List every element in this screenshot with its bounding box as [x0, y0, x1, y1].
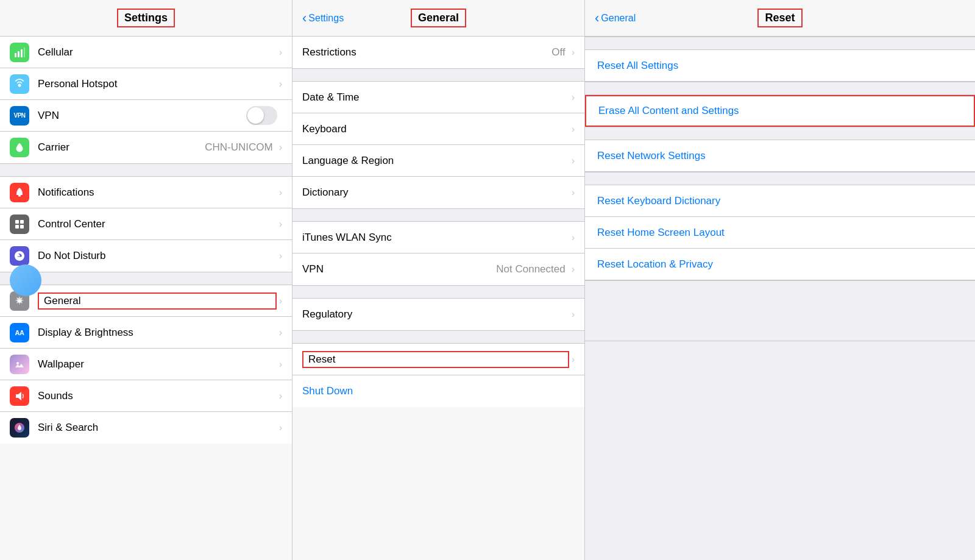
restrictions-value: Off	[551, 46, 565, 58]
general-item-itunes-wlan[interactable]: iTunes WLAN Sync ›	[292, 222, 584, 253]
wallpaper-chevron: ›	[279, 359, 282, 370]
display-brightness-chevron: ›	[279, 327, 282, 338]
general-group-restrictions: Restrictions Off ›	[292, 37, 584, 68]
back-label: Settings	[308, 13, 344, 24]
general-item-dictionary[interactable]: Dictionary ›	[292, 177, 584, 208]
reset-network-item[interactable]: Reset Network Settings	[585, 140, 975, 172]
siri-icon	[10, 418, 29, 438]
general-item-restrictions[interactable]: Restrictions Off ›	[292, 37, 584, 68]
siri-search-label: Siri & Search	[38, 422, 277, 434]
sidebar-item-wallpaper[interactable]: Wallpaper ›	[0, 349, 292, 380]
settings-group-display: General › AA Display & Brightness › Wall…	[0, 285, 292, 444]
display-brightness-label: Display & Brightness	[38, 327, 277, 339]
general-panel: ‹ Settings General Restrictions Off › Da…	[292, 0, 585, 560]
reset-title: Reset	[757, 9, 802, 27]
right-divider-bottom	[585, 280, 975, 341]
vpn-label: VPN	[38, 110, 246, 122]
shut-down-label: Shut Down	[302, 385, 575, 397]
back-to-settings[interactable]: ‹ Settings	[302, 12, 344, 25]
erase-all-item[interactable]: Erase All Content and Settings	[585, 95, 975, 127]
erase-all-label: Erase All Content and Settings	[598, 105, 739, 117]
settings-header: Settings	[0, 0, 292, 37]
sidebar-item-control-center[interactable]: Control Center ›	[0, 208, 292, 240]
svg-rect-7	[20, 220, 24, 224]
sidebar-item-display-brightness[interactable]: AA Display & Brightness ›	[0, 317, 292, 349]
reset-keyboard-dict-label: Reset Keyboard Dictionary	[597, 195, 720, 207]
sidebar-item-notifications[interactable]: Notifications ›	[0, 177, 292, 208]
vpn-toggle[interactable]	[246, 106, 277, 125]
svg-point-11	[16, 362, 19, 364]
regulatory-chevron: ›	[572, 309, 575, 320]
control-center-chevron: ›	[279, 219, 282, 230]
notifications-label: Notifications	[38, 186, 277, 199]
sidebar-item-carrier[interactable]: Carrier CHN-UNICOM ›	[0, 132, 292, 163]
settings-title: Settings	[117, 9, 175, 27]
general-item-vpn[interactable]: VPN Not Connected ›	[292, 253, 584, 285]
reset-header: ‹ General Reset	[585, 0, 975, 37]
sidebar-item-siri-search[interactable]: Siri & Search ›	[0, 412, 292, 444]
general-item-keyboard[interactable]: Keyboard ›	[292, 113, 584, 145]
svg-point-4	[18, 83, 21, 87]
general-chevron: ›	[279, 296, 282, 307]
sidebar-item-cellular[interactable]: Cellular ›	[0, 37, 292, 68]
right-divider-1	[585, 82, 975, 95]
reset-location-privacy-item[interactable]: Reset Location & Privacy	[585, 249, 975, 280]
date-time-label: Date & Time	[302, 91, 569, 104]
settings-group-system: Notifications › Control Center › Do Not …	[0, 177, 292, 272]
general-group-regulatory: Regulatory ›	[292, 299, 584, 330]
general-item-regulatory[interactable]: Regulatory ›	[292, 299, 584, 330]
sidebar-item-general[interactable]: General ›	[0, 285, 292, 317]
vpn-icon: VPN	[10, 106, 29, 126]
carrier-chevron: ›	[279, 142, 282, 153]
back-to-general[interactable]: ‹ General	[595, 12, 636, 25]
general-title: General	[411, 9, 466, 27]
mid-vpn-value: Not Connected	[496, 263, 565, 275]
dictionary-label: Dictionary	[302, 186, 569, 199]
avatar	[10, 264, 41, 296]
notifications-icon	[10, 183, 29, 202]
sidebar-item-do-not-disturb[interactable]: Do Not Disturb ›	[0, 240, 292, 272]
cellular-chevron: ›	[279, 47, 282, 58]
sidebar-item-personal-hotspot[interactable]: Personal Hotspot ›	[0, 68, 292, 100]
back-to-general-label: General	[601, 13, 636, 24]
general-group-reset: Reset › Shut Down	[292, 344, 584, 407]
svg-rect-8	[15, 225, 19, 229]
right-group-4: Reset Keyboard Dictionary Reset Home Scr…	[585, 185, 975, 280]
restrictions-label: Restrictions	[302, 46, 551, 58]
general-item-reset[interactable]: Reset ›	[292, 344, 584, 375]
svg-rect-1	[18, 51, 20, 57]
dnd-chevron: ›	[279, 250, 282, 261]
sounds-label: Sounds	[38, 390, 277, 402]
settings-panel: Settings Cellular › Personal Hotspot › V…	[0, 0, 292, 560]
divider-2	[0, 272, 292, 285]
right-divider-2	[585, 127, 975, 140]
dictionary-chevron: ›	[572, 187, 575, 198]
settings-group-network: Cellular › Personal Hotspot › VPN VPN Ca…	[0, 37, 292, 163]
reset-keyboard-dict-item[interactable]: Reset Keyboard Dictionary	[585, 185, 975, 217]
reset-options-list: Reset All Settings Erase All Content and…	[585, 37, 975, 560]
svg-marker-12	[16, 392, 21, 400]
reset-label: Reset	[302, 351, 569, 368]
itunes-wlan-chevron: ›	[572, 232, 575, 243]
sounds-chevron: ›	[279, 391, 282, 402]
general-item-shut-down[interactable]: Shut Down	[292, 375, 584, 407]
general-item-language-region[interactable]: Language & Region ›	[292, 145, 584, 177]
reset-panel: ‹ General Reset Reset All Settings Erase…	[585, 0, 975, 560]
svg-rect-6	[15, 220, 19, 224]
svg-rect-0	[15, 53, 16, 57]
sidebar-item-sounds[interactable]: Sounds ›	[0, 380, 292, 412]
control-center-icon	[10, 214, 29, 234]
restrictions-chevron: ›	[572, 47, 575, 58]
general-label: General	[38, 292, 277, 310]
mid-divider-3	[292, 285, 584, 299]
reset-home-screen-item[interactable]: Reset Home Screen Layout	[585, 217, 975, 249]
reset-all-settings-item[interactable]: Reset All Settings	[585, 50, 975, 82]
right-group-3: Reset Network Settings	[585, 140, 975, 172]
wallpaper-icon	[10, 355, 29, 374]
sidebar-item-vpn[interactable]: VPN VPN	[0, 100, 292, 132]
mid-vpn-label: VPN	[302, 263, 496, 275]
right-group-1: Reset All Settings	[585, 50, 975, 82]
general-item-date-time[interactable]: Date & Time ›	[292, 82, 584, 113]
notifications-chevron: ›	[279, 187, 282, 198]
general-group-connectivity: iTunes WLAN Sync › VPN Not Connected ›	[292, 222, 584, 285]
